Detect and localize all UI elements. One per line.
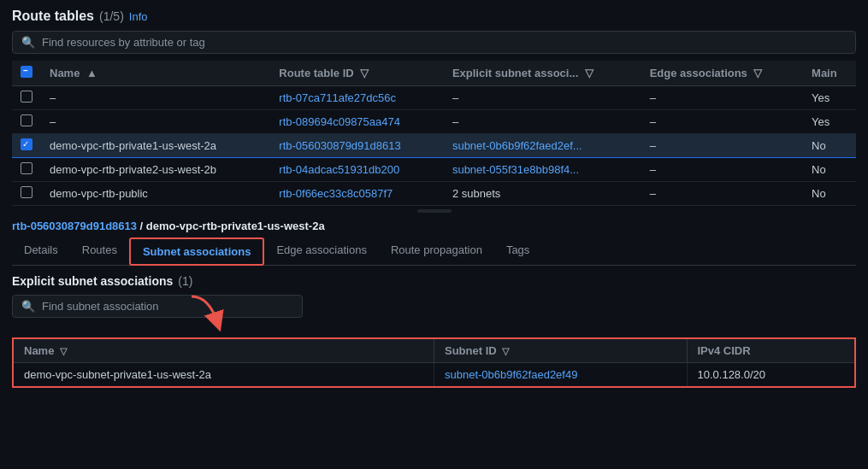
row-edge-assoc: –	[641, 110, 803, 134]
row-main: No	[803, 158, 856, 182]
row-explicit-subnet: subnet-055f31e8bb98f4...	[444, 158, 641, 182]
table-row[interactable]: demo-vpc-rtb-private1-us-west-2a rtb-056…	[12, 134, 856, 158]
row-name: demo-vpc-rtb-private2-us-west-2b	[41, 158, 270, 182]
row-rtid: rtb-0f66ec33c8c0587f7	[270, 182, 444, 206]
row-rtid: rtb-056030879d91d8613	[270, 134, 444, 158]
sub-filter-name-icon: ▽	[60, 346, 67, 356]
table-row[interactable]: – rtb-089694c09875aa474 – – Yes	[12, 110, 856, 134]
table-header-row: Name ▲ Route table ID ▽ Explicit subnet …	[12, 61, 856, 86]
th-main: Main	[803, 61, 856, 86]
th-route-table-id[interactable]: Route table ID ▽	[270, 61, 444, 86]
tab-routes[interactable]: Routes	[70, 237, 129, 266]
row-main: No	[803, 134, 856, 158]
resizer-area[interactable]	[12, 209, 856, 213]
row-checkbox-cell[interactable]	[12, 110, 41, 134]
th-edge-assoc[interactable]: Edge associations ▽	[641, 61, 803, 86]
row-explicit-subnet: –	[444, 86, 641, 110]
sub-filter-subnetid-icon: ▽	[502, 346, 509, 356]
tab-subnet-associations[interactable]: Subnet associations	[129, 237, 264, 266]
breadcrumb-id[interactable]: rtb-056030879d91d8613	[12, 220, 137, 232]
row-explicit-subnet: subnet-0b6b9f62faed2ef...	[444, 134, 641, 158]
row-checkbox[interactable]	[21, 138, 32, 150]
route-tables-count: (1/5)	[99, 9, 124, 23]
tab-route-propagation[interactable]: Route propagation	[379, 237, 494, 266]
detail-breadcrumb: rtb-056030879d91d8613 / demo-vpc-rtb-pri…	[12, 220, 856, 232]
row-checkbox[interactable]	[21, 114, 32, 126]
explicit-subnet-section-title: Explicit subnet associations (1)	[12, 274, 856, 288]
row-checkbox-cell[interactable]	[12, 158, 41, 182]
row-rtid: rtb-04adcac51931db200	[270, 158, 444, 182]
table-row[interactable]: demo-vpc-rtb-public rtb-0f66ec33c8c0587f…	[12, 182, 856, 206]
tab-tags[interactable]: Tags	[494, 237, 541, 266]
subnet-section-count: (1)	[178, 274, 192, 288]
subnet-row-id: subnet-0b6b9f62faed2ef49	[434, 363, 688, 388]
row-rtid: rtb-089694c09875aa474	[270, 110, 444, 134]
row-name: demo-vpc-rtb-public	[41, 182, 270, 206]
resizer-handle[interactable]	[417, 209, 452, 213]
breadcrumb-separator: /	[137, 220, 146, 232]
row-main: Yes	[803, 110, 856, 134]
table-row[interactable]: demo-vpc-rtb-private2-us-west-2b rtb-04a…	[12, 158, 856, 182]
row-checkbox[interactable]	[21, 91, 32, 103]
row-name: –	[41, 110, 270, 134]
row-rtid: rtb-07ca711afe27dc56c	[270, 86, 444, 110]
subnet-search-area: 🔍	[12, 295, 856, 337]
row-checkbox-cell[interactable]	[12, 86, 41, 110]
row-edge-assoc: –	[641, 182, 803, 206]
subnet-search-bar: 🔍	[12, 295, 303, 318]
subnet-search-icon: 🔍	[21, 300, 35, 313]
select-all-cell[interactable]	[12, 61, 41, 86]
resource-search-input[interactable]	[42, 36, 847, 49]
th-explicit-subnet[interactable]: Explicit subnet associ... ▽	[444, 61, 641, 86]
subnet-row-cidr: 10.0.128.0/20	[687, 363, 855, 388]
row-edge-assoc: –	[641, 158, 803, 182]
row-explicit-subnet: 2 subnets	[444, 182, 641, 206]
select-all-checkbox[interactable]	[21, 66, 32, 78]
row-edge-assoc: –	[641, 134, 803, 158]
row-edge-assoc: –	[641, 86, 803, 110]
row-explicit-subnet: –	[444, 110, 641, 134]
sub-th-ipv4-cidr: IPv4 CIDR	[687, 338, 855, 363]
th-name[interactable]: Name ▲	[41, 61, 270, 86]
search-icon: 🔍	[21, 36, 35, 49]
sort-name-icon: ▲	[86, 67, 97, 79]
route-tables-title: Route tables	[12, 9, 94, 24]
table-row[interactable]: – rtb-07ca711afe27dc56c – – Yes	[12, 86, 856, 110]
row-main: No	[803, 182, 856, 206]
subnet-table-row[interactable]: demo-vpc-subnet-private1-us-west-2a subn…	[13, 363, 855, 388]
sort-rtid-icon: ▽	[360, 67, 369, 79]
sub-th-subnet-id[interactable]: Subnet ID ▽	[434, 338, 688, 363]
row-checkbox-cell[interactable]	[12, 134, 41, 158]
route-tables-table: Name ▲ Route table ID ▽ Explicit subnet …	[12, 61, 856, 206]
row-main: Yes	[803, 86, 856, 110]
row-name: –	[41, 86, 270, 110]
subnet-search-input[interactable]	[42, 300, 293, 313]
breadcrumb-name: demo-vpc-rtb-private1-us-west-2a	[146, 220, 325, 232]
row-checkbox[interactable]	[21, 186, 32, 198]
info-link[interactable]: Info	[129, 10, 148, 23]
sub-th-name[interactable]: Name ▽	[13, 338, 434, 363]
resource-search-bar: 🔍	[12, 31, 856, 54]
route-tables-header: Route tables (1/5) Info	[12, 9, 856, 24]
row-name: demo-vpc-rtb-private1-us-west-2a	[41, 134, 270, 158]
row-checkbox-cell[interactable]	[12, 182, 41, 206]
subnet-table-header-row: Name ▽ Subnet ID ▽ IPv4 CIDR	[13, 338, 855, 363]
tab-details[interactable]: Details	[12, 237, 70, 266]
sort-explicit-icon: ▽	[585, 67, 593, 79]
sort-edge-icon: ▽	[753, 67, 762, 79]
subnet-row-name: demo-vpc-subnet-private1-us-west-2a	[13, 363, 434, 388]
row-checkbox[interactable]	[21, 162, 32, 174]
tab-edge-associations[interactable]: Edge associations	[264, 237, 379, 266]
detail-tab-bar: Details Routes Subnet associations Edge …	[12, 237, 856, 266]
subnet-associations-table: Name ▽ Subnet ID ▽ IPv4 CIDR demo-vpc-su…	[12, 337, 856, 388]
